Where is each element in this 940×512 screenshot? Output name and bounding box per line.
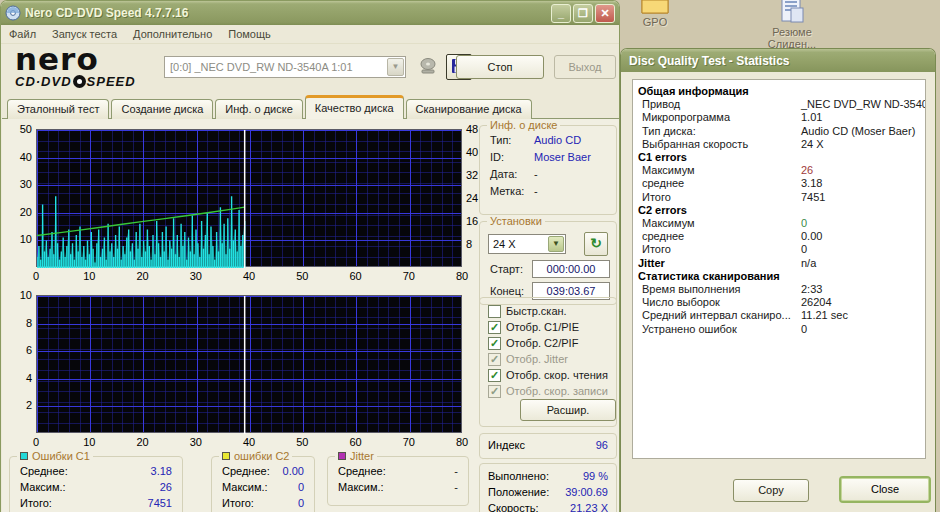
axis-tick-label: 4 bbox=[10, 372, 32, 384]
progress-row: Скорость:21.23 X bbox=[480, 500, 616, 512]
statistics-row: Максимум26 bbox=[633, 164, 925, 177]
progress-row: Положение:39:00.69 bbox=[480, 484, 616, 500]
drive-select-value: [0:0] _NEC DVD_RW ND-3540A 1:01 bbox=[165, 61, 386, 73]
eject-button[interactable] bbox=[415, 54, 441, 80]
advanced-button[interactable]: Расшир. bbox=[520, 399, 616, 421]
axis-tick-label: 70 bbox=[399, 436, 419, 448]
tab-create-disc[interactable]: Создание диска bbox=[111, 99, 213, 119]
c2-color-swatch bbox=[222, 452, 230, 460]
axis-tick-label: 40 bbox=[10, 151, 32, 163]
tab-disc-quality[interactable]: Качество диска bbox=[305, 95, 404, 119]
copy-button[interactable]: Copy bbox=[733, 479, 809, 502]
statistics-row: Итого0 bbox=[633, 243, 925, 256]
statistics-row: Максимум0 bbox=[633, 217, 925, 230]
statistics-row: среднее3.18 bbox=[633, 177, 925, 190]
axis-tick-label: 80 bbox=[452, 270, 472, 282]
c2-legend-caption: ошибки C2 bbox=[219, 450, 292, 462]
tab-disc-info[interactable]: Инф. о диске bbox=[215, 99, 302, 119]
legend-row: Максим.:26 bbox=[10, 479, 182, 495]
speed-select[interactable]: 24 X ▼ bbox=[488, 234, 566, 254]
menu-help[interactable]: Помощь bbox=[220, 26, 279, 42]
statistics-row: C2 errors bbox=[633, 204, 925, 217]
axis-tick-label: 80 bbox=[452, 436, 472, 448]
desktop-icon-resume[interactable]: Резюме Слиден... bbox=[762, 0, 822, 50]
close-button[interactable]: ✕ bbox=[595, 4, 615, 23]
screen: GPO Резюме Слиден... Nero CD-DVD Speed 4… bbox=[0, 0, 940, 512]
checkbox-icon: ✓ bbox=[488, 385, 501, 398]
desktop-icon-label: GPO bbox=[632, 16, 678, 28]
axis-tick-label: 60 bbox=[346, 436, 366, 448]
statistics-row: Jittern/a bbox=[633, 257, 925, 270]
statistics-row: Время выполнения2:33 bbox=[633, 283, 925, 296]
tab-benchmark[interactable]: Эталонный тест bbox=[7, 99, 109, 119]
nero-logo-subtext: CD·DVDSPEED bbox=[15, 73, 165, 89]
checkbox-fast-scan[interactable]: Быстр.скан. bbox=[488, 304, 567, 318]
c2-legend-group: ошибки C2 Среднее:0.00 Максим.:0 Итого:0 bbox=[211, 456, 315, 512]
checkbox-show-c2[interactable]: ✓Отобр. C2/PIF bbox=[488, 336, 578, 350]
desktop-icon-gpo[interactable]: GPO bbox=[632, 0, 678, 28]
axis-tick-label: 70 bbox=[399, 270, 419, 282]
checkbox-show-write-speed[interactable]: ✓Отобр. скор. записи bbox=[488, 384, 608, 398]
statistics-title-bar: Disc Quality Test - Statistics bbox=[621, 49, 935, 72]
app-icon bbox=[5, 5, 21, 21]
axis-tick-label: 10 bbox=[79, 436, 99, 448]
tab-strip: Эталонный тест Создание диска Инф. о дис… bbox=[7, 95, 534, 119]
statistics-row: Привод_NEC DVD_RW ND-3540A bbox=[633, 98, 925, 111]
maximize-button[interactable]: ❐ bbox=[573, 4, 593, 23]
tab-scandisc[interactable]: Сканирование диска bbox=[406, 99, 532, 119]
jitter-legend-group: Jitter Среднее:- Максим.:- bbox=[327, 456, 469, 506]
statistics-row: Выбранная скорость24 X bbox=[633, 138, 925, 151]
disc-icon bbox=[73, 75, 86, 88]
statistics-row: Статистика сканирования bbox=[633, 270, 925, 283]
start-field[interactable]: 000:00.00 bbox=[532, 260, 610, 278]
menu-extra[interactable]: Дополнительно bbox=[125, 26, 220, 42]
main-window: Nero CD-DVD Speed 4.7.7.16 _ ❐ ✕ Файл За… bbox=[0, 0, 620, 512]
progress-row: Выполнено:99 % bbox=[480, 468, 616, 484]
statistics-row: Число выборок26204 bbox=[633, 296, 925, 309]
axis-tick-label: 8 bbox=[466, 238, 488, 250]
index-value: 96 bbox=[596, 439, 608, 451]
nero-logo: nero CD·DVDSPEED bbox=[15, 45, 165, 89]
refresh-button[interactable]: ↻ bbox=[584, 232, 608, 256]
axis-tick-label: 10 bbox=[10, 233, 32, 245]
statistics-row: Средний интервал сканиро...11.21 sec bbox=[633, 309, 925, 322]
exit-button[interactable]: Выход bbox=[554, 55, 616, 79]
menu-file[interactable]: Файл bbox=[1, 26, 44, 42]
title-bar: Nero CD-DVD Speed 4.7.7.16 _ ❐ ✕ bbox=[1, 1, 619, 25]
checkbox-show-c1[interactable]: ✓Отобр. C1/PIE bbox=[488, 320, 579, 334]
refresh-icon: ↻ bbox=[590, 235, 602, 251]
axis-tick-label: 50 bbox=[292, 436, 312, 448]
legend-row: Среднее:0.00 bbox=[212, 463, 314, 479]
index-label: Индекс bbox=[488, 439, 525, 451]
chevron-down-icon[interactable]: ▼ bbox=[387, 58, 404, 76]
statistics-row: Тип диска:Audio CD (Moser Baer) bbox=[633, 125, 925, 138]
axis-tick-label: 10 bbox=[10, 289, 32, 301]
end-label: Конец: bbox=[490, 285, 524, 297]
axis-tick-label: 24 bbox=[466, 192, 488, 204]
checkbox-icon: ✓ bbox=[488, 369, 501, 382]
c1-errors-chart bbox=[36, 129, 462, 267]
jitter-legend-caption: Jitter bbox=[335, 450, 377, 462]
desktop-icon-label: Резюме bbox=[762, 26, 822, 38]
checkbox-show-read-speed[interactable]: ✓Отобр. скор. чтения bbox=[488, 368, 608, 382]
minimize-button[interactable]: _ bbox=[551, 4, 571, 23]
display-options-group: Быстр.скан. ✓Отобр. C1/PIE ✓Отобр. C2/PI… bbox=[479, 297, 617, 427]
legend-row: Итого:7451 bbox=[10, 495, 182, 511]
axis-tick-label: 32 bbox=[466, 169, 488, 181]
statistics-row: среднее0.00 bbox=[633, 230, 925, 243]
checkbox-icon bbox=[488, 305, 501, 318]
speed-select-value: 24 X bbox=[489, 238, 547, 250]
stop-button[interactable]: Стоп bbox=[456, 55, 544, 79]
close-statistics-button[interactable]: Close bbox=[839, 476, 931, 503]
chevron-down-icon[interactable]: ▼ bbox=[548, 236, 564, 252]
legend-row: Максим.:- bbox=[328, 479, 468, 495]
legend-row: Среднее:3.18 bbox=[10, 463, 182, 479]
checkbox-show-jitter[interactable]: ✓Отобр. Jitter bbox=[488, 352, 568, 366]
jitter-color-swatch bbox=[338, 452, 346, 460]
disc-info-group: Инф. о диске Тип:Audio CD ID:Moser Baer … bbox=[479, 125, 617, 215]
legend-row: Итого:0 bbox=[212, 495, 314, 511]
drive-select[interactable]: [0:0] _NEC DVD_RW ND-3540A 1:01 ▼ bbox=[164, 56, 406, 78]
axis-tick-label: 30 bbox=[10, 178, 32, 190]
menu-run-test[interactable]: Запуск теста bbox=[44, 26, 125, 42]
index-panel: Индекс 96 bbox=[479, 433, 617, 459]
